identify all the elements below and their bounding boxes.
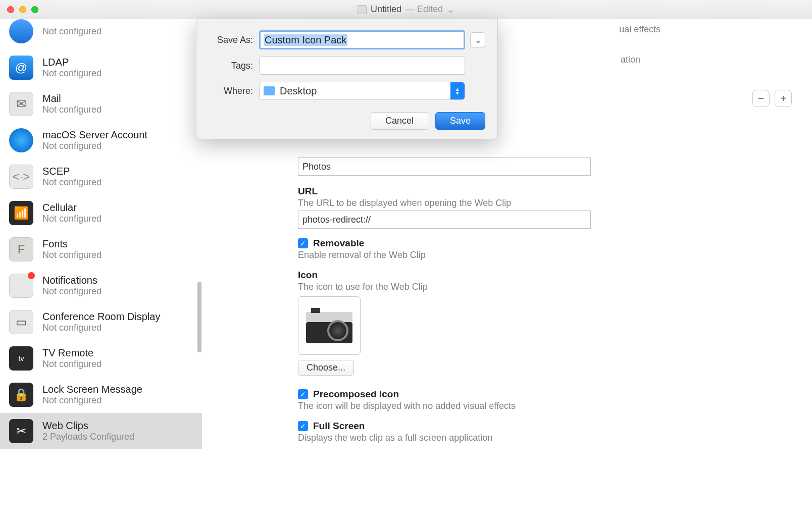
sidebar-item-label: Fonts — [42, 238, 102, 250]
window-title[interactable]: Untitled — Edited ⌄ — [358, 4, 454, 15]
where-value: Desktop — [280, 85, 317, 97]
precomposed-label: Precomposed Icon — [313, 389, 399, 400]
saveas-label: Save As: — [209, 35, 253, 45]
sidebar-item-sub: 2 Payloads Configured — [42, 432, 134, 442]
sidebar-item-sub: Not configured — [42, 250, 102, 260]
remove-payload-button[interactable]: − — [752, 90, 770, 107]
expand-sheet-button[interactable]: ⌄ — [470, 32, 485, 47]
sidebar-item-macos-server[interactable]: macOS Server Account Not configured — [0, 122, 202, 159]
minimize-window-button[interactable] — [19, 6, 26, 13]
tags-label: Tags: — [209, 61, 253, 71]
sidebar-item-label: Lock Screen Message — [42, 384, 142, 395]
sidebar-item-sub: Not configured — [42, 395, 142, 406]
sidebar-item-label: Cellular — [42, 202, 102, 214]
sidebar-item-label: TV Remote — [42, 347, 102, 359]
scep-icon: <·> — [9, 165, 33, 189]
tags-input[interactable] — [259, 57, 465, 75]
icon-label: Icon — [298, 270, 812, 281]
saveas-value: Custom Icon Pack — [264, 34, 347, 46]
fullscreen-label: Full Screen — [313, 421, 365, 432]
sidebar-item-sub: Not configured — [42, 359, 102, 370]
webclips-icon: ✂︎ — [9, 419, 33, 443]
titlebar: Untitled — Edited ⌄ — [0, 0, 812, 19]
ldap-icon: @ — [9, 56, 33, 80]
sidebar-item-sub: Not configured — [42, 286, 102, 297]
mail-icon: ✉︎ — [9, 92, 33, 116]
tvremote-icon: tv — [9, 346, 33, 371]
sidebar-item-label: Notifications — [42, 275, 102, 286]
server-icon — [9, 128, 33, 152]
sidebar-item-sub: Not configured — [42, 68, 102, 79]
url-desc: The URL to be displayed when opening the… — [298, 198, 812, 208]
updown-icon: ▴▾ — [450, 82, 465, 99]
document-icon — [358, 5, 367, 14]
sidebar-item-label: SCEP — [42, 166, 102, 177]
traffic-lights — [7, 6, 38, 13]
sidebar-item-ldap[interactable]: @ LDAP Not configured — [0, 49, 202, 86]
save-sheet: Save As: Custom Icon Pack ⌄ Tags: Where:… — [196, 19, 498, 139]
removable-desc: Enable removal of the Web Clip — [298, 250, 812, 260]
lockscreen-icon: 🔒 — [9, 383, 33, 407]
sidebar-item-label: Conference Room Display — [42, 311, 160, 323]
fullscreen-desc: Displays the web clip as a full screen a… — [298, 433, 812, 443]
icon-desc: The icon to use for the Web Clip — [298, 282, 812, 292]
sidebar-item-tvremote[interactable]: tv TV Remote Not configured — [0, 340, 202, 377]
generic-icon — [9, 19, 33, 43]
save-button[interactable]: Save — [435, 112, 485, 130]
edited-indicator: — Edited — [405, 4, 443, 15]
sidebar-item-partial[interactable]: Not configured — [0, 19, 202, 49]
url-input[interactable] — [298, 211, 591, 229]
fullscreen-checkbox[interactable]: ✓ — [298, 421, 308, 431]
precomposed-desc: The icon will be displayed with no added… — [298, 401, 812, 411]
icon-well[interactable] — [298, 296, 361, 355]
sidebar: Not configured @ LDAP Not configured ✉︎ … — [0, 19, 202, 525]
sidebar-item-cellular[interactable]: 📶 Cellular Not configured — [0, 195, 202, 231]
chevron-down-icon: ⌄ — [447, 4, 454, 15]
sidebar-scrollbar[interactable] — [197, 282, 201, 352]
camera-icon — [306, 308, 352, 343]
label-input[interactable] — [298, 158, 591, 176]
notifications-icon — [9, 274, 33, 298]
sidebar-item-sub: Not configured — [42, 141, 147, 151]
where-select[interactable]: Desktop ▴▾ — [259, 82, 465, 100]
sidebar-item-sub: Not configured — [42, 177, 102, 188]
peek-text-2: ation — [621, 55, 640, 65]
sidebar-item-notifications[interactable]: Notifications Not configured — [0, 268, 202, 304]
folder-icon — [264, 86, 275, 95]
title-text: Untitled — [371, 4, 401, 15]
sidebar-item-label: Mail — [42, 93, 102, 104]
cancel-button[interactable]: Cancel — [371, 112, 428, 130]
sidebar-item-sub: Not configured — [42, 323, 160, 333]
sidebar-item-label: macOS Server Account — [42, 129, 147, 141]
close-window-button[interactable] — [7, 6, 14, 13]
cellular-icon: 📶 — [9, 201, 33, 225]
sidebar-item-conference[interactable]: ▭ Conference Room Display Not configured — [0, 304, 202, 340]
sidebar-item-sub: Not configured — [42, 214, 102, 224]
saveas-input[interactable]: Custom Icon Pack — [259, 30, 465, 49]
sidebar-item-fonts[interactable]: F Fonts Not configured — [0, 231, 202, 268]
zoom-window-button[interactable] — [31, 6, 38, 13]
sidebar-item-label: Web Clips — [42, 420, 134, 432]
removable-label: Removable — [313, 238, 364, 249]
choose-button[interactable]: Choose... — [298, 360, 354, 376]
sidebar-item-scep[interactable]: <·> SCEP Not configured — [0, 159, 202, 195]
url-label: URL — [298, 186, 812, 197]
sidebar-item-webclips[interactable]: ✂︎ Web Clips 2 Payloads Configured — [0, 413, 202, 449]
sidebar-item-mail[interactable]: ✉︎ Mail Not configured — [0, 86, 202, 122]
where-label: Where: — [209, 86, 253, 96]
sidebar-item-sub: Not configured — [42, 104, 102, 115]
precomposed-checkbox[interactable]: ✓ — [298, 389, 308, 399]
add-payload-button[interactable]: + — [775, 90, 792, 107]
conference-icon: ▭ — [9, 310, 33, 334]
removable-checkbox[interactable]: ✓ — [298, 238, 308, 248]
peek-text-1: ual effects — [619, 24, 661, 35]
sidebar-item-label: LDAP — [42, 57, 102, 68]
sidebar-item-sub: Not configured — [42, 26, 102, 37]
badge-icon — [28, 272, 35, 279]
fonts-icon: F — [9, 237, 33, 261]
sidebar-item-lockscreen[interactable]: 🔒 Lock Screen Message Not configured — [0, 377, 202, 413]
